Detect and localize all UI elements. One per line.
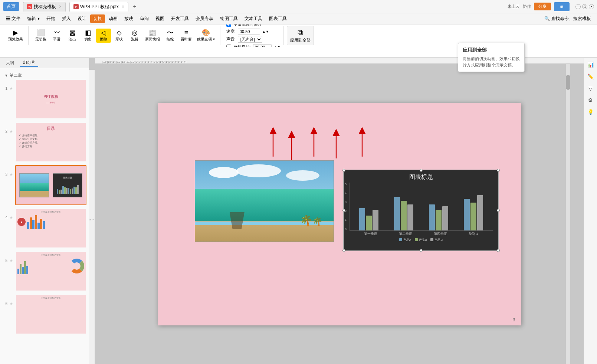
apply-all-label: 应用到全部 [290,37,311,43]
handle-tl[interactable] [342,169,345,172]
speed-spinner[interactable]: ▲▼ [262,30,269,33]
sidebar-chart-icon[interactable]: 📊 [585,59,596,70]
menu-slideshow[interactable]: 放映 [121,14,136,23]
bar-1b [366,216,372,230]
slide-item-3[interactable]: 3 ★ 图表标题 [1,165,87,205]
legend-product-a: 产品A [399,238,411,242]
transition-snake[interactable]: 〜 蛇蛇 [163,29,178,43]
panel-tab-slides[interactable]: 幻灯片 [20,59,38,67]
slide-thumb-4[interactable]: 业务发展分析之业务 ● [15,208,86,248]
slide-item-2[interactable]: 2 ★ 目录 ✓ 介绍基本信息 ✓ 介绍公司文化 ✓ 详细介绍产品 ✓ 营销方案 [1,122,87,162]
handle-bl[interactable] [342,249,345,252]
menu-developer[interactable]: 开发工具 [168,14,192,23]
transition-fadeout[interactable]: ▩ 淡出 [65,29,80,43]
menu-edit[interactable]: 编辑 ▾ [24,14,42,23]
slide-item-1[interactable]: 1 ★ PPT教程 — PPT [1,79,87,119]
slide-star-3: ★ [10,165,13,177]
slide-item-4[interactable]: 4 ★ 业务发展分析之业务 ● [1,208,87,248]
slide-thumb-3[interactable]: 图表标题 [15,165,86,205]
transition-blinds[interactable]: ≡ 百叶窗 [178,29,194,43]
slide-thumb-6[interactable]: 业务发展分析之业务 [15,294,86,334]
transition-news[interactable]: 📰 新闻快报 [143,29,162,43]
slide-item-5[interactable]: 5 ★ 业务发展分析之业务 [1,251,87,291]
bar-1a [359,208,365,230]
menu-member[interactable]: 会员专享 [193,14,216,23]
bar-4c [477,195,483,230]
beach-structures [230,189,304,229]
tooltip-title: 应用到全部 [463,47,520,53]
cloud-status[interactable]: 未上云 [508,4,520,9]
right-sidebar: 📊 ✏️ ▽ ⚙ 💡 [584,58,597,364]
bar-4b [470,203,476,230]
tab-templates[interactable]: W 找稿壳模板 × [23,2,66,12]
slide-thumb-2[interactable]: 目录 ✓ 介绍基本信息 ✓ 介绍公司文化 ✓ 详细介绍产品 ✓ 营销方案 [15,122,86,162]
menu-animation[interactable]: 动画 [106,14,121,23]
click-switch-checkbox[interactable] [226,24,231,27]
sidebar-pen-icon[interactable]: ✏️ [585,71,596,82]
slide-canvas[interactable]: 🌴 🌴 图表标题 [158,103,521,325]
speed-input[interactable] [238,29,260,35]
share-button[interactable]: 分享 [534,3,551,10]
sidebar-filter-icon[interactable]: ▽ [585,83,596,94]
apply-all-icon: ⧉ [298,28,303,37]
effect-options[interactable]: 🎨 效果选项 ▾ [195,29,217,43]
handle-tc[interactable] [420,169,423,172]
user-avatar: tE [558,3,565,10]
menu-view[interactable]: 视图 [152,14,167,23]
section-label: ▼ 第二章 [1,71,87,79]
transition-erase[interactable]: ◁ 擦除 [96,29,111,43]
chart-element[interactable]: 图表标题 0 1 2 3 4 5 [343,170,499,251]
section-arrow-icon: ▼ [4,73,8,78]
collab-button[interactable]: 协作 [523,4,531,9]
menu-draw-tools[interactable]: 绘图工具 [217,14,241,23]
menu-design[interactable]: 设计 [75,14,89,23]
handle-bc[interactable] [420,249,423,252]
auto-switch-input[interactable] [253,44,272,47]
tab-ppt[interactable]: P WPS PPT教程.pptx × [69,2,128,12]
chart-title: 图表标题 [344,170,498,183]
sound-select[interactable]: [无声音] [238,36,262,43]
handle-br[interactable] [497,249,500,252]
handle-tr[interactable] [497,169,500,172]
menu-insert[interactable]: 插入 [59,14,74,23]
add-tab-button[interactable]: + [131,3,139,11]
sidebar-gear-icon[interactable]: ⚙ [585,95,596,105]
tab-ppt-close-icon[interactable]: × [122,4,124,9]
scrollbar-thumb[interactable] [566,75,570,90]
beach-photo[interactable]: 🌴 🌴 [195,160,334,242]
transition-none[interactable]: ⬜ 无切换 [33,29,49,43]
menu-text-tools[interactable]: 文本工具 [242,14,265,23]
menu-review[interactable]: 审阅 [137,14,152,23]
transition-smooth[interactable]: 〰 平滑 [49,29,64,43]
panel-tab-outline[interactable]: 大纲 [3,59,17,66]
home-button[interactable]: 首页 [3,2,19,11]
handle-mr[interactable] [497,209,500,212]
sidebar-bulb-icon[interactable]: 💡 [585,107,596,117]
menu-search[interactable]: 🔍 查找命令、搜索模板 [541,14,594,23]
bar-2b [401,201,407,230]
slide-thumb-5[interactable]: 业务发展分析之业务 [15,251,86,291]
auto-switch-checkbox[interactable] [226,45,231,47]
menu-start[interactable]: 开始 [43,14,58,23]
transition-bubble[interactable]: ◎ 泡解 [127,29,142,43]
close-button[interactable]: × [589,4,594,9]
transition-cut[interactable]: ◧ 切出 [81,29,95,43]
preview-button[interactable]: ▶ 预览效果 [6,29,25,43]
slide-item-6[interactable]: 6 ★ 业务发展分析之业务 [1,294,87,334]
login-button[interactable]: tE [554,2,570,11]
tab-close-icon[interactable]: × [59,4,62,9]
apply-all-button[interactable]: ⧉ 应用到全部 [287,26,314,45]
slide-thumb-1[interactable]: PPT教程 — PPT [15,79,86,119]
transition-shape[interactable]: ◇ 形状 [112,29,127,43]
vertical-scrollbar[interactable] [566,64,570,364]
minimize-button[interactable]: — [575,4,581,9]
tab-ppt-label: WPS PPT教程.pptx [80,4,119,10]
tooltip-description: 将当前的切换动画、效果和切换片方式应用到整个演示文稿。 [463,56,520,68]
maximize-button[interactable]: □ [582,4,587,9]
menu-file[interactable]: ☰ 文件 [3,14,23,23]
menu-transition[interactable]: 切换 [90,14,105,23]
auto-switch-spinner[interactable]: ▲▼ [274,45,281,47]
window-controls: — □ × [575,4,594,9]
slide-star-4: ★ [10,208,13,220]
menu-chart-tools[interactable]: 图表工具 [266,14,290,23]
